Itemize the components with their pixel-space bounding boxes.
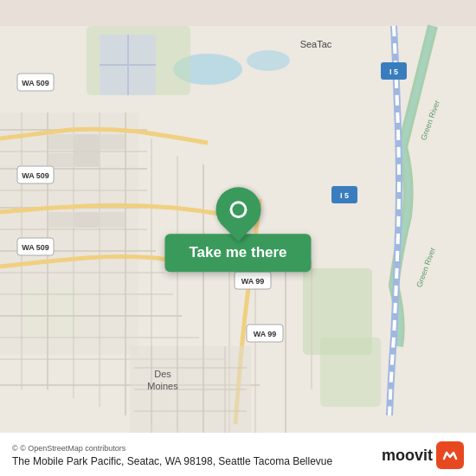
map-pin <box>206 177 270 241</box>
bottom-bar: © © OpenStreetMap contributors The Mobil… <box>0 433 476 476</box>
svg-rect-42 <box>100 212 125 228</box>
svg-text:Des: Des <box>154 369 171 379</box>
moovit-logo[interactable]: moovit <box>382 441 464 469</box>
bottom-left-info: © © OpenStreetMap contributors The Mobil… <box>12 444 332 467</box>
svg-point-2 <box>247 50 290 71</box>
svg-text:WA 99: WA 99 <box>254 330 277 338</box>
svg-text:Moines: Moines <box>147 381 178 391</box>
svg-rect-38 <box>74 134 99 167</box>
svg-text:WA 99: WA 99 <box>241 277 265 286</box>
moovit-icon <box>436 441 464 469</box>
svg-rect-39 <box>100 134 125 150</box>
attribution: © © OpenStreetMap contributors <box>12 444 332 453</box>
pin-inner-circle <box>229 201 247 218</box>
svg-text:I 5: I 5 <box>389 68 398 76</box>
svg-text:SeaTac: SeaTac <box>300 39 332 49</box>
map-container: WA 509 WA 509 WA 509 I 5 I 5 WA 99 WA 99… <box>0 0 476 476</box>
svg-rect-6 <box>320 338 381 407</box>
moovit-brand-text: moovit <box>382 447 433 465</box>
svg-text:I 5: I 5 <box>340 191 349 200</box>
svg-text:WA 509: WA 509 <box>22 79 49 87</box>
cta-overlay: Take me there <box>164 187 311 272</box>
openstreetmap-text[interactable]: © OpenStreetMap contributors <box>20 444 125 453</box>
copyright-symbol: © <box>12 444 18 453</box>
svg-rect-40 <box>48 212 73 228</box>
svg-rect-36 <box>48 134 73 150</box>
address-text: The Mobile Park Pacific, Seatac, WA 9819… <box>12 455 332 467</box>
svg-text:WA 509: WA 509 <box>22 171 49 180</box>
svg-text:WA 509: WA 509 <box>22 243 49 252</box>
svg-rect-37 <box>48 153 73 167</box>
svg-rect-41 <box>74 212 99 228</box>
